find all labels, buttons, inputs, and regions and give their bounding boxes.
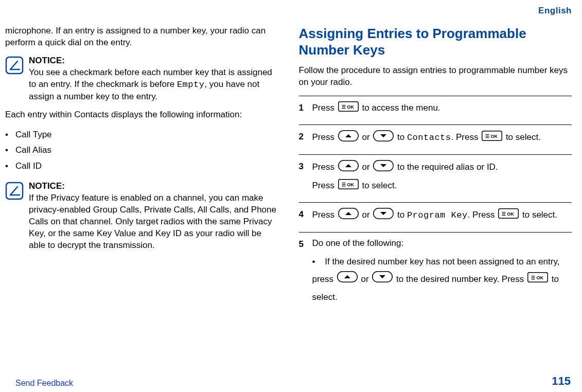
step-text: . Press: [451, 132, 481, 142]
step-text: to select.: [362, 181, 397, 190]
down-key-icon: [373, 130, 394, 145]
up-key-icon: [338, 208, 359, 223]
notice-block: NOTICE: If the Privacy feature is enable…: [5, 181, 278, 252]
steps-list: 1 Press to access the menu. 2 P: [299, 96, 572, 311]
step-text: Press: [312, 181, 337, 190]
step-text: to the required alias or ID.: [397, 162, 498, 172]
step-text: Press: [312, 132, 337, 142]
step-row: 4 Press or to Program Key. Press to sele…: [299, 202, 572, 232]
intro-paragraph: microphone. If an entry is assigned to a…: [5, 25, 278, 49]
step-row: 5 Do one of the following: If the desire…: [299, 232, 572, 311]
manual-page: English microphone. If an entry is assig…: [0, 0, 582, 392]
list-item: If the desired number key has not been a…: [312, 253, 572, 306]
step-text: to: [397, 210, 407, 220]
notice-block: NOTICE: You see a checkmark before each …: [5, 55, 278, 103]
step-body: Press or to Contacts. Press to select.: [312, 130, 572, 149]
step-text: or: [362, 132, 372, 142]
step-text: Press: [312, 210, 337, 220]
down-key-icon: [373, 160, 394, 175]
list-item: Call ID: [5, 158, 278, 174]
notice-code: Empty: [177, 80, 205, 90]
step-number: 4: [299, 208, 312, 221]
step-body: Press to access the menu.: [312, 101, 572, 119]
right-column: Assigning Entries to Programmable Number…: [299, 25, 572, 311]
notice-body: NOTICE: If the Privacy feature is enable…: [29, 181, 278, 252]
info-intro: Each entry within Contacts displays the …: [5, 109, 278, 121]
down-key-icon: [373, 208, 394, 223]
section-intro: Follow the procedure to assign entries t…: [299, 65, 572, 88]
notice-icon: [5, 182, 24, 200]
notice-title: NOTICE:: [29, 181, 65, 191]
step-row: 1 Press to access the menu.: [299, 96, 572, 124]
list-item: Call Alias: [5, 142, 278, 158]
up-key-icon: [338, 160, 359, 175]
step-text: or: [362, 210, 372, 220]
step-text: to: [397, 132, 407, 142]
step-row: 3 Press or to the required alias or ID. …: [299, 154, 572, 202]
list-item: Call Type: [5, 127, 278, 143]
step-text: Press: [312, 103, 337, 113]
left-column: microphone. If an entry is assigned to a…: [5, 25, 278, 311]
ok-key-icon: [338, 179, 359, 193]
page-number: 115: [552, 373, 571, 389]
step-text: to access the menu.: [362, 103, 440, 113]
step-text: to the desired number key. Press: [396, 274, 526, 284]
content-columns: microphone. If an entry is assigned to a…: [5, 25, 572, 311]
step-body: Press or to Program Key. Press to select…: [312, 208, 572, 227]
notice-body: NOTICE: You see a checkmark before each …: [29, 55, 278, 103]
step-intro: Do one of the following:: [312, 238, 572, 250]
notice-title: NOTICE:: [29, 56, 65, 65]
info-list: Call Type Call Alias Call ID: [5, 127, 278, 175]
page-footer: Send Feedback 115: [0, 373, 582, 389]
step-body: Do one of the following: If the desired …: [312, 238, 572, 306]
ok-key-icon: [498, 208, 519, 222]
language-label: English: [5, 5, 572, 17]
step-text: or: [361, 274, 372, 284]
step-number: 2: [299, 130, 312, 143]
step-text: to select.: [506, 132, 541, 142]
notice-text: If the Privacy feature is enabled on a c…: [29, 193, 276, 250]
ok-key-icon: [527, 271, 548, 289]
ok-key-icon: [482, 131, 502, 145]
send-feedback-link[interactable]: Send Feedback: [15, 378, 73, 389]
ok-key-icon: [338, 101, 359, 115]
step-number: 1: [299, 101, 312, 114]
step-number: 3: [299, 160, 312, 173]
step-code: Program Key: [407, 210, 468, 220]
step-text: or: [362, 162, 372, 172]
up-key-icon: [338, 130, 359, 145]
up-key-icon: [337, 271, 358, 289]
section-heading: Assigning Entries to Programmable Number…: [299, 25, 572, 59]
step-row: 2 Press or to Contacts. Press to select.: [299, 124, 572, 154]
step-text: to select.: [522, 210, 557, 220]
step-sublist: If the desired number key has not been a…: [312, 253, 572, 306]
step-body: Press or to the required alias or ID. Pr…: [312, 160, 572, 197]
step-code: Contacts: [407, 133, 451, 142]
step-number: 5: [299, 238, 312, 251]
down-key-icon: [372, 271, 393, 289]
notice-icon: [5, 56, 24, 75]
step-text: . Press: [468, 210, 498, 220]
step-text: Press: [312, 162, 337, 172]
